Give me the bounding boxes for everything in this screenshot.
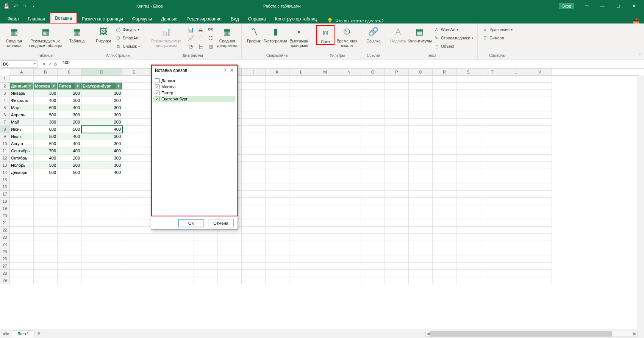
cell[interactable]: [528, 97, 552, 104]
cell[interactable]: [313, 270, 337, 277]
cell[interactable]: [266, 234, 289, 241]
cell[interactable]: [337, 90, 361, 97]
cell[interactable]: [289, 198, 313, 205]
cell[interactable]: [81, 227, 122, 234]
cell[interactable]: [81, 234, 122, 241]
tellme-search[interactable]: 💡 Что вы хотите сделать?: [327, 18, 383, 23]
cell[interactable]: 600: [34, 126, 58, 133]
cell[interactable]: [337, 97, 361, 104]
cell[interactable]: [313, 97, 337, 104]
cell[interactable]: [504, 162, 528, 169]
cell[interactable]: [409, 169, 433, 176]
cell[interactable]: [170, 234, 194, 241]
cell[interactable]: [81, 270, 122, 277]
cell[interactable]: [480, 155, 504, 162]
cell[interactable]: [266, 212, 289, 219]
cell[interactable]: [504, 97, 528, 104]
cell[interactable]: [289, 270, 313, 277]
cell[interactable]: [456, 191, 480, 198]
cell[interactable]: [504, 83, 528, 90]
cell[interactable]: [81, 198, 122, 205]
collapse-ribbon-icon[interactable]: ⌃: [638, 53, 642, 58]
cell[interactable]: [122, 212, 146, 219]
pivot-chart-button[interactable]: ▦Сводная диаграмма: [216, 25, 238, 48]
cell[interactable]: 200: [81, 97, 122, 104]
cell[interactable]: [456, 75, 480, 83]
cell[interactable]: [385, 169, 409, 176]
ok-button[interactable]: OK: [178, 219, 204, 227]
cell[interactable]: [504, 111, 528, 119]
cell[interactable]: [266, 97, 289, 104]
cell[interactable]: [146, 270, 170, 277]
close-icon[interactable]: ✕: [627, 1, 642, 11]
cancel-button[interactable]: Отмена: [208, 219, 234, 227]
cell[interactable]: [266, 162, 289, 169]
cell[interactable]: [146, 277, 170, 284]
row-header[interactable]: 29: [0, 277, 10, 284]
cell[interactable]: [385, 191, 409, 198]
cell[interactable]: [122, 169, 146, 176]
cell[interactable]: [313, 140, 337, 147]
cell[interactable]: 400: [34, 155, 58, 162]
cell[interactable]: [385, 90, 409, 97]
cell[interactable]: [122, 97, 146, 104]
cell[interactable]: [385, 111, 409, 119]
cell[interactable]: [361, 176, 385, 183]
cell[interactable]: [289, 227, 313, 234]
cell[interactable]: [58, 234, 81, 241]
cell[interactable]: [504, 255, 528, 263]
cell[interactable]: [528, 277, 552, 284]
cell[interactable]: [409, 183, 433, 191]
cell[interactable]: [433, 162, 456, 169]
cell[interactable]: [433, 255, 456, 263]
cell[interactable]: [361, 119, 385, 126]
cell[interactable]: [122, 90, 146, 97]
row-header[interactable]: 7: [0, 119, 10, 126]
cell[interactable]: [528, 183, 552, 191]
cell[interactable]: [456, 205, 480, 212]
cell[interactable]: [122, 241, 146, 248]
cell[interactable]: 200: [58, 162, 81, 169]
cell[interactable]: [361, 162, 385, 169]
cell[interactable]: [34, 241, 58, 248]
cell[interactable]: 400: [81, 147, 122, 155]
cell[interactable]: [337, 162, 361, 169]
cell[interactable]: Июнь: [10, 126, 34, 133]
cell[interactable]: [122, 126, 146, 133]
rec-pivot-button[interactable]: ▦Рекомендуемые сводные таблицы: [27, 25, 64, 48]
cell[interactable]: [456, 162, 480, 169]
cell[interactable]: [266, 111, 289, 119]
cell[interactable]: [456, 277, 480, 284]
cell[interactable]: [81, 263, 122, 270]
row-header[interactable]: 2: [0, 83, 10, 90]
cell[interactable]: [385, 205, 409, 212]
cell[interactable]: [34, 227, 58, 234]
checkbox-icon[interactable]: ✓: [155, 84, 159, 89]
cell[interactable]: [409, 126, 433, 133]
cell[interactable]: [313, 147, 337, 155]
cell[interactable]: [289, 241, 313, 248]
col-header[interactable]: P: [385, 69, 409, 75]
cell[interactable]: [409, 241, 433, 248]
cell[interactable]: [480, 169, 504, 176]
cell[interactable]: [337, 126, 361, 133]
cell[interactable]: [194, 248, 218, 255]
cell[interactable]: 600: [34, 140, 58, 147]
cell[interactable]: [122, 255, 146, 263]
cell[interactable]: [34, 270, 58, 277]
checkbox-icon[interactable]: [155, 78, 159, 83]
formula-input[interactable]: 400: [60, 60, 644, 68]
cell[interactable]: [122, 155, 146, 162]
cell[interactable]: [456, 111, 480, 119]
cell[interactable]: [480, 234, 504, 241]
cell[interactable]: [337, 133, 361, 140]
cell[interactable]: [10, 270, 34, 277]
cell[interactable]: [266, 277, 289, 284]
cell[interactable]: [480, 183, 504, 191]
pictures-button[interactable]: 🖼Рисунки: [94, 25, 113, 43]
cell[interactable]: [34, 75, 58, 83]
cell[interactable]: [122, 133, 146, 140]
cell[interactable]: [266, 169, 289, 176]
cell[interactable]: [528, 133, 552, 140]
cell[interactable]: [361, 263, 385, 270]
